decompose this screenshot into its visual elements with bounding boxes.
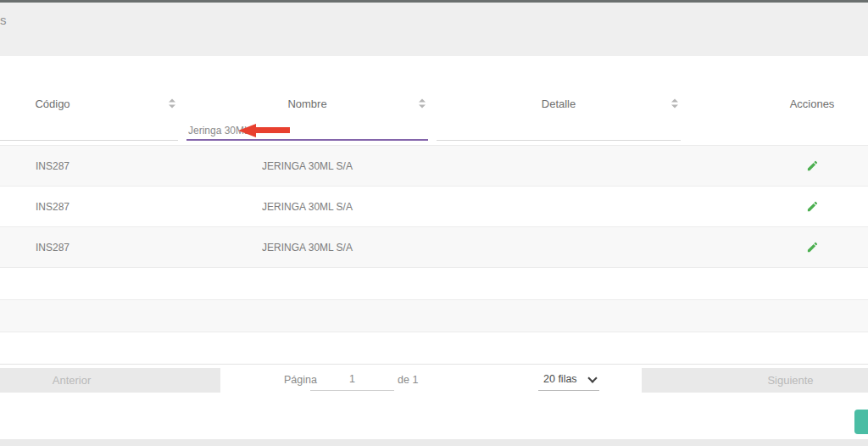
corner-accent-button[interactable] (854, 410, 868, 434)
table-row: INS287 JERINGA 30ML S/A (0, 226, 868, 267)
bottom-divider (0, 439, 868, 446)
pencil-edit-icon (806, 200, 819, 213)
table-filter-row (0, 122, 868, 141)
cell-codigo: INS287 (0, 242, 182, 254)
column-header-nombre: Nombre (182, 85, 432, 122)
sort-icon[interactable] (417, 98, 427, 110)
previous-page-button[interactable]: Anterior (0, 368, 220, 393)
table-header-row: Código Nombre Detalle Acciones (0, 85, 868, 122)
edit-row-button[interactable] (685, 159, 868, 172)
empty-table-row (0, 267, 868, 299)
column-header-detalle: Detalle (432, 85, 685, 122)
next-page-button[interactable]: Siguiente (642, 368, 868, 393)
sort-icon[interactable] (670, 98, 680, 110)
table-card: Código Nombre Detalle Acciones I (0, 56, 868, 446)
filter-input-nombre[interactable] (186, 122, 428, 141)
cell-nombre: JERINGA 30ML S/A (182, 201, 432, 213)
empty-table-row (0, 332, 868, 364)
cell-codigo: INS287 (0, 160, 182, 172)
chevron-down-icon (587, 373, 597, 382)
empty-table-row (0, 299, 868, 332)
page-total-label: de 1 (398, 368, 418, 393)
rows-per-page-select[interactable]: 20 filas (538, 368, 599, 391)
table-row: INS287 JERINGA 30ML S/A (0, 145, 868, 186)
table-body: INS287 JERINGA 30ML S/A INS287 JERINGA 3… (0, 145, 868, 365)
column-header-label: Detalle (542, 98, 576, 110)
filter-input-detalle[interactable] (437, 122, 681, 141)
column-header-label: Nombre (287, 98, 326, 110)
cell-nombre: JERINGA 30ML S/A (182, 242, 432, 254)
page-title-fragment: s (0, 13, 7, 27)
app-header-band (0, 3, 868, 56)
table-row: INS287 JERINGA 30ML S/A (0, 186, 868, 226)
cell-codigo: INS287 (0, 201, 182, 213)
edit-row-button[interactable] (685, 200, 868, 213)
column-header-acciones: Acciones (685, 85, 868, 122)
sort-icon[interactable] (167, 98, 177, 110)
column-header-codigo: Código (0, 85, 182, 122)
cell-nombre: JERINGA 30ML S/A (182, 160, 432, 172)
column-header-label: Acciones (790, 98, 835, 110)
pencil-edit-icon (806, 241, 819, 254)
edit-row-button[interactable] (685, 241, 868, 254)
rows-per-page-value: 20 filas (538, 368, 577, 390)
pencil-edit-icon (806, 159, 819, 172)
filter-input-codigo[interactable] (0, 122, 178, 141)
column-header-label: Código (35, 98, 70, 110)
page-number-input[interactable] (310, 368, 394, 391)
